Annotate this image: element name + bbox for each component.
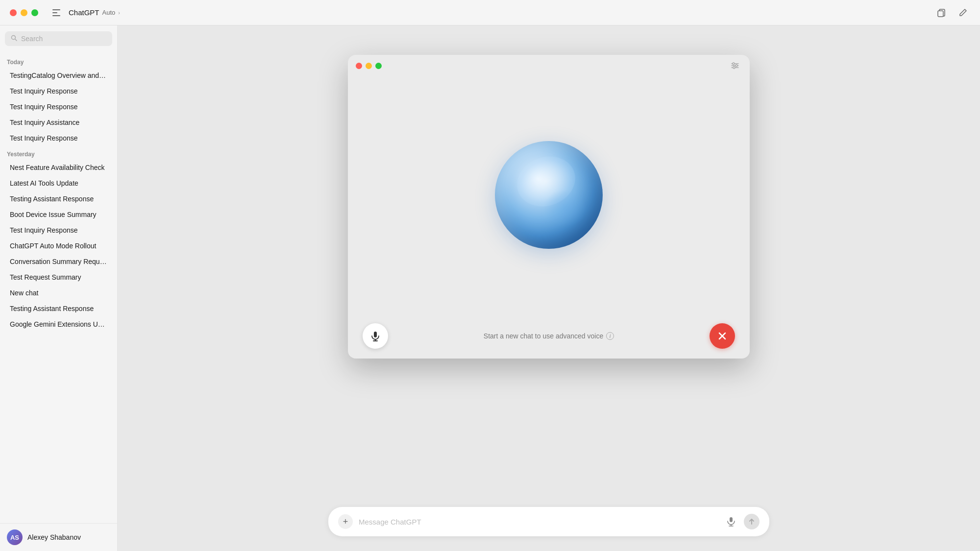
titlebar-right bbox=[934, 5, 970, 20]
modal-maximize-button[interactable] bbox=[375, 63, 382, 69]
titlebar-left: ChatGPT Auto › bbox=[10, 5, 120, 20]
send-button[interactable] bbox=[744, 514, 760, 529]
sidebar-item-nest-feature[interactable]: Nest Feature Availability Check bbox=[3, 160, 114, 175]
sidebar-item-latest-ai-tools[interactable]: Latest AI Tools Update bbox=[3, 175, 114, 191]
minimize-window-button[interactable] bbox=[21, 9, 27, 16]
app-title: ChatGPT Auto › bbox=[69, 8, 120, 17]
add-icon: + bbox=[343, 517, 348, 527]
message-placeholder: Message ChatGPT bbox=[359, 518, 421, 526]
sidebar-item-test-inquiry-response-3[interactable]: Test Inquiry Response bbox=[3, 130, 114, 146]
modal-titlebar bbox=[348, 55, 750, 76]
modal-window-controls bbox=[356, 63, 382, 69]
svg-rect-3 bbox=[938, 11, 943, 17]
svg-rect-1 bbox=[52, 12, 57, 13]
chevron-right-icon: › bbox=[118, 10, 120, 16]
sidebar-item-new-chat[interactable]: New chat bbox=[3, 285, 114, 301]
sidebar-item-test-inquiry-response-1[interactable]: Test Inquiry Response bbox=[3, 83, 114, 99]
message-bar: + Message ChatGPT bbox=[328, 507, 769, 536]
message-input[interactable]: Message ChatGPT bbox=[359, 518, 718, 526]
svg-rect-2 bbox=[52, 15, 60, 16]
voice-hint-text: Start a new chat to use advanced voice bbox=[484, 332, 603, 340]
sidebar-footer[interactable]: AS Alexey Shabanov bbox=[0, 523, 117, 551]
message-mic-button[interactable] bbox=[724, 515, 738, 528]
sidebar-item-testing-assistant-2[interactable]: Testing Assistant Response bbox=[3, 301, 114, 316]
modal-footer: Start a new chat to use advanced voice i bbox=[348, 313, 750, 359]
svg-point-10 bbox=[735, 65, 737, 67]
sidebar-item-chatgpt-auto-mode[interactable]: ChatGPT Auto Mode Rollout bbox=[3, 238, 114, 254]
message-bar-right bbox=[724, 514, 760, 529]
maximize-window-button[interactable] bbox=[31, 9, 38, 16]
modal-minimize-button[interactable] bbox=[366, 63, 372, 69]
svg-rect-12 bbox=[374, 332, 377, 337]
svg-point-11 bbox=[733, 67, 735, 69]
modal-body bbox=[348, 76, 750, 313]
sidebar-item-test-inquiry-response-2[interactable]: Test Inquiry Response bbox=[3, 99, 114, 115]
main-content: Start a new chat to use advanced voice i… bbox=[118, 25, 980, 551]
sidebar-toggle-button[interactable] bbox=[49, 5, 64, 20]
sidebar-item-conversation-summary[interactable]: Conversation Summary Request bbox=[3, 254, 114, 269]
section-label-today: Today bbox=[0, 54, 117, 68]
modal-close-button[interactable] bbox=[356, 63, 362, 69]
close-window-button[interactable] bbox=[10, 9, 17, 16]
svg-line-5 bbox=[15, 39, 17, 41]
search-placeholder: Search bbox=[21, 35, 43, 43]
section-label-yesterday: Yesterday bbox=[0, 146, 117, 160]
avatar-initials: AS bbox=[10, 534, 19, 541]
svg-rect-0 bbox=[52, 9, 60, 10]
auto-badge[interactable]: Auto bbox=[102, 9, 116, 16]
edit-icon-button[interactable] bbox=[956, 5, 970, 20]
sidebar-item-test-request-summary[interactable]: Test Request Summary bbox=[3, 269, 114, 285]
sidebar-item-test-inquiry-assistance[interactable]: Test Inquiry Assistance bbox=[3, 115, 114, 130]
voice-close-button[interactable] bbox=[710, 323, 735, 349]
globe-sphere bbox=[495, 141, 603, 249]
sidebar-item-test-inquiry-response-4[interactable]: Test Inquiry Response bbox=[3, 222, 114, 238]
voice-modal: Start a new chat to use advanced voice i bbox=[348, 55, 750, 359]
sidebar-content: Today TestingCatalog Overview and I... T… bbox=[0, 52, 117, 523]
modal-settings-button[interactable] bbox=[728, 59, 742, 72]
window-controls bbox=[10, 9, 38, 16]
titlebar: ChatGPT Auto › bbox=[0, 0, 980, 25]
avatar: AS bbox=[7, 529, 23, 545]
search-icon bbox=[11, 35, 17, 43]
sidebar-item-testing-catalog[interactable]: TestingCatalog Overview and I... bbox=[3, 68, 114, 83]
info-icon: i bbox=[606, 332, 614, 340]
search-bar[interactable]: Search bbox=[5, 31, 112, 46]
globe-visualization bbox=[495, 141, 603, 249]
user-name: Alexey Shabanov bbox=[27, 533, 81, 541]
svg-point-9 bbox=[733, 63, 735, 65]
sidebar-item-testing-assistant-1[interactable]: Testing Assistant Response bbox=[3, 191, 114, 207]
voice-hint: Start a new chat to use advanced voice i bbox=[484, 332, 614, 340]
sidebar-item-boot-device[interactable]: Boot Device Issue Summary bbox=[3, 207, 114, 222]
main-layout: Search Today TestingCatalog Overview and… bbox=[0, 25, 980, 551]
sidebar: Search Today TestingCatalog Overview and… bbox=[0, 25, 118, 551]
info-icon-label: i bbox=[610, 334, 611, 339]
sidebar-item-google-gemini[interactable]: Google Gemini Extensions Upd... bbox=[3, 316, 114, 332]
copy-icon-button[interactable] bbox=[934, 5, 949, 20]
microphone-button[interactable] bbox=[363, 323, 388, 349]
svg-point-4 bbox=[12, 36, 16, 40]
add-attachment-button[interactable]: + bbox=[338, 514, 353, 529]
svg-rect-17 bbox=[730, 517, 733, 522]
app-name-label: ChatGPT bbox=[69, 8, 99, 17]
